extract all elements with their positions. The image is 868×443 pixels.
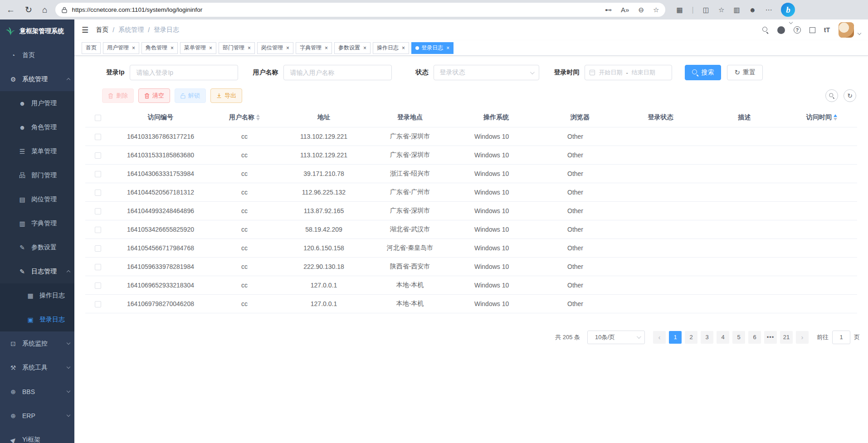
profile-icon[interactable]: ☻ — [749, 6, 756, 13]
close-tab-icon[interactable]: × — [132, 45, 135, 51]
search-button[interactable]: 搜索 — [685, 65, 721, 80]
close-tab-icon[interactable]: × — [325, 45, 328, 51]
breadcrumb-system[interactable]: 系统管理 — [118, 26, 144, 34]
sidebar-menu-item[interactable]: ▦ 操作日志 — [0, 283, 74, 307]
passwords-key-icon[interactable]: ⊷ — [605, 6, 612, 13]
row-checkbox[interactable] — [95, 264, 101, 270]
page-tab[interactable]: 操作日志 × — [373, 42, 409, 54]
help-icon[interactable]: ? — [794, 26, 801, 34]
close-tab-icon[interactable]: × — [446, 45, 449, 51]
toggle-search-button[interactable] — [825, 89, 838, 102]
sort-icons[interactable] — [256, 114, 260, 121]
sidebar-menu-item[interactable]: ⊕ ERP — [0, 404, 74, 428]
extensions-icon[interactable]: ▦ — [676, 6, 683, 13]
row-checkbox[interactable] — [95, 190, 101, 196]
page-tab[interactable]: 用户管理 × — [103, 42, 139, 54]
sidebar-menu-item[interactable]: ✎ 参数设置 — [0, 235, 74, 259]
zoom-out-icon[interactable]: ⊖ — [638, 6, 644, 13]
sidebar-menu-item[interactable]: ☰ 菜单管理 — [0, 139, 74, 163]
collapse-menu-icon[interactable]: ☰ — [82, 25, 88, 35]
refresh-table-button[interactable]: ↻ — [844, 89, 856, 102]
sidebar-menu-item[interactable]: 品 部门管理 — [0, 163, 74, 187]
search-icon[interactable] — [762, 27, 769, 33]
add-favorite-icon[interactable]: ☆ — [653, 6, 659, 13]
close-tab-icon[interactable]: × — [402, 45, 405, 51]
sidebar-menu-item[interactable]: ⚒ 系统工具 — [0, 355, 74, 380]
sidebar-menu-item[interactable]: ▶ Yi框架 — [0, 428, 74, 443]
close-tab-icon[interactable]: × — [286, 45, 289, 51]
sidebar-menu-item[interactable]: ☻ 用户管理 — [0, 91, 74, 115]
sidebar-menu-item[interactable]: ⊡ 系统监控 — [0, 331, 74, 355]
collections-icon[interactable]: ▥ — [733, 6, 740, 13]
fullscreen-icon[interactable] — [809, 27, 815, 33]
page-button[interactable]: ‹ — [653, 331, 666, 344]
close-tab-icon[interactable]: × — [248, 45, 251, 51]
page-button[interactable]: ••• — [764, 331, 777, 344]
date-range-picker[interactable]: 开始日期 - 结束日期 — [585, 65, 672, 80]
row-checkbox[interactable] — [95, 282, 101, 289]
row-checkbox[interactable] — [95, 152, 101, 159]
username-input[interactable] — [283, 65, 392, 80]
export-button[interactable]: 导出 — [210, 88, 242, 103]
row-checkbox[interactable] — [95, 208, 101, 214]
split-screen-icon[interactable]: ◫ — [703, 6, 709, 13]
sort-icons[interactable] — [834, 114, 837, 121]
breadcrumb-home[interactable]: 首页 — [96, 26, 108, 34]
login-ip-input[interactable] — [130, 65, 238, 80]
read-aloud-icon[interactable]: A» — [621, 6, 629, 13]
page-button[interactable]: 2 — [685, 331, 697, 344]
delete-button[interactable]: 删除 — [102, 88, 134, 103]
page-tab[interactable]: 岗位管理 × — [257, 42, 293, 54]
favorites-icon[interactable]: ☆ — [718, 6, 724, 13]
page-tab[interactable]: 登录日志 × — [411, 42, 454, 54]
end-date-placeholder[interactable]: 结束日期 — [632, 68, 655, 77]
page-button[interactable]: 1 — [669, 331, 682, 344]
reset-button[interactable]: ↻ 重置 — [727, 65, 763, 80]
row-checkbox[interactable] — [95, 301, 101, 307]
github-icon[interactable] — [777, 26, 785, 34]
row-checkbox[interactable] — [95, 227, 101, 233]
page-tab[interactable]: 首页 × — [82, 42, 101, 54]
row-checkbox[interactable] — [95, 134, 101, 140]
url-text[interactable]: https://ccnetcore.com:1101/system/log/lo… — [72, 6, 600, 13]
sidebar-menu-item[interactable]: ✎ 日志管理 — [0, 259, 74, 283]
page-button[interactable]: 21 — [780, 331, 793, 344]
app-logo[interactable]: 意框架管理系统 — [0, 19, 74, 43]
sidebar-menu-item[interactable]: ☻ 角色管理 — [0, 115, 74, 139]
sidebar-menu-item[interactable]: ▣ 登录日志 — [0, 307, 74, 331]
page-button[interactable]: 6 — [748, 331, 761, 344]
page-tab[interactable]: 字典管理 × — [296, 42, 332, 54]
page-button[interactable]: 5 — [732, 331, 745, 344]
back-icon[interactable]: ← — [6, 5, 15, 14]
sidebar-menu-item[interactable]: ▤ 岗位管理 — [0, 187, 74, 211]
toolbar-divider[interactable]: | — [692, 6, 694, 14]
page-size-select[interactable]: 10条/页 — [587, 331, 645, 344]
avatar-dropdown-caret-icon[interactable] — [858, 31, 861, 35]
font-size-icon[interactable]: tT — [824, 26, 830, 34]
row-checkbox[interactable] — [95, 171, 101, 177]
sidebar-menu-item[interactable]: ◔ 首页 — [0, 43, 74, 67]
reload-icon[interactable]: ↻ — [25, 5, 32, 14]
page-tab[interactable]: 参数设置 × — [334, 42, 371, 54]
jump-page-input[interactable] — [832, 331, 850, 344]
page-button[interactable]: 4 — [717, 331, 729, 344]
status-select[interactable]: 登录状态 — [434, 65, 539, 80]
page-tab[interactable]: 角色管理 × — [141, 42, 178, 54]
row-checkbox[interactable] — [95, 245, 101, 252]
select-all-checkbox[interactable] — [95, 115, 101, 121]
clear-button[interactable]: 清空 — [138, 88, 170, 103]
page-button[interactable]: 3 — [701, 331, 713, 344]
user-avatar[interactable] — [839, 22, 854, 38]
close-tab-icon[interactable]: × — [209, 45, 212, 51]
sidebar-menu-item[interactable]: ⊕ BBS — [0, 380, 74, 404]
bing-copilot-button[interactable]: b — [781, 3, 795, 17]
start-date-placeholder[interactable]: 开始日期 — [599, 68, 622, 77]
address-bar[interactable]: https://ccnetcore.com:1101/system/log/lo… — [55, 3, 665, 17]
close-tab-icon[interactable]: × — [363, 45, 366, 51]
home-icon[interactable]: ⌂ — [42, 5, 47, 14]
sidebar-menu-item[interactable]: ▥ 字典管理 — [0, 211, 74, 235]
page-button[interactable]: › — [796, 331, 809, 344]
close-tab-icon[interactable]: × — [171, 45, 174, 51]
page-tab[interactable]: 菜单管理 × — [180, 42, 216, 54]
sidebar-menu-item[interactable]: ⚙ 系统管理 — [0, 67, 74, 91]
